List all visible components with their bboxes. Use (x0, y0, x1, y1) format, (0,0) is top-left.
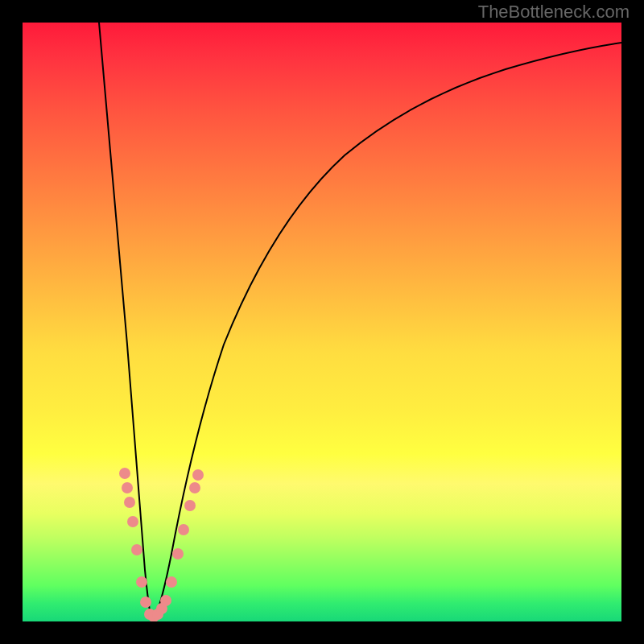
data-marker (136, 576, 147, 588)
data-marker (184, 500, 196, 511)
data-marker (192, 469, 204, 481)
data-marker (122, 482, 133, 493)
bottleneck-curve (99, 23, 621, 620)
data-marker (131, 544, 142, 555)
data-marker (166, 576, 177, 588)
data-marker (178, 524, 189, 535)
chart-container (23, 23, 621, 621)
data-marker (140, 597, 151, 608)
data-marker (189, 482, 200, 493)
chart-svg (23, 23, 621, 621)
data-marker (160, 595, 171, 606)
watermark-text: TheBottleneck.com (478, 2, 630, 23)
data-marker (124, 497, 135, 508)
data-marker (172, 548, 184, 559)
data-marker (127, 516, 138, 527)
data-marker (119, 468, 130, 479)
